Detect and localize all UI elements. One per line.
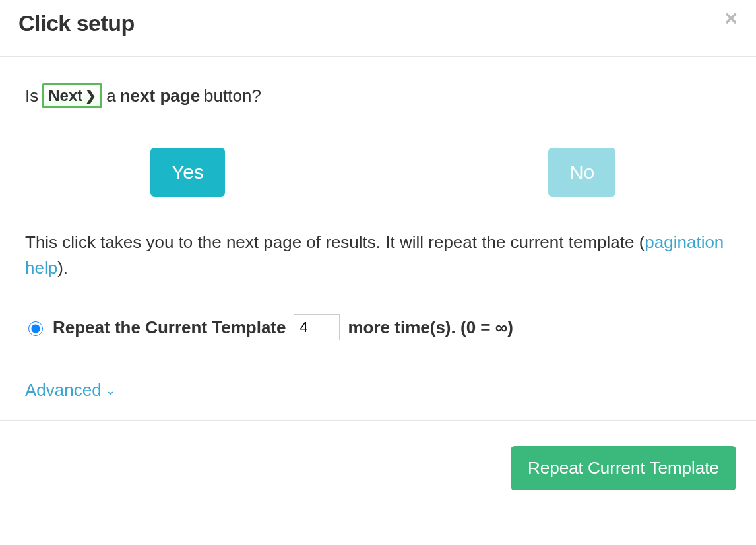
next-chip-label: Next bbox=[48, 86, 82, 105]
close-icon[interactable]: × bbox=[724, 7, 738, 29]
repeat-current-template-button[interactable]: Repeat Current Template bbox=[511, 446, 736, 490]
yes-no-row: Yes No bbox=[150, 148, 731, 197]
advanced-label: Advanced bbox=[25, 380, 102, 401]
question-suffix: button? bbox=[204, 86, 261, 106]
description-part2: ). bbox=[57, 258, 68, 278]
description-text: This click takes you to the next page of… bbox=[25, 230, 731, 281]
click-setup-modal: Click setup × Is Next ❯ a next page butt… bbox=[0, 0, 756, 515]
modal-header: Click setup × bbox=[0, 0, 756, 57]
question-bold: next page bbox=[120, 86, 200, 106]
description-part1: This click takes you to the next page of… bbox=[25, 232, 645, 252]
modal-body: Is Next ❯ a next page button? Yes No Thi… bbox=[0, 57, 756, 420]
repeat-label-after: more time(s). (0 = ∞) bbox=[348, 317, 513, 338]
modal-footer: Repeat Current Template bbox=[0, 420, 756, 515]
question-line: Is Next ❯ a next page button? bbox=[25, 83, 731, 108]
next-page-chip: Next ❯ bbox=[42, 83, 102, 108]
chevron-right-icon: ❯ bbox=[85, 88, 96, 104]
advanced-toggle[interactable]: Advanced ⌄ bbox=[25, 380, 115, 401]
question-mid: a bbox=[106, 86, 115, 106]
repeat-count-input[interactable] bbox=[294, 314, 340, 340]
repeat-template-radio[interactable] bbox=[28, 321, 43, 336]
no-button[interactable]: No bbox=[548, 148, 615, 197]
modal-title: Click setup bbox=[18, 11, 135, 36]
chevron-down-icon: ⌄ bbox=[106, 383, 115, 398]
repeat-label-before: Repeat the Current Template bbox=[53, 317, 286, 338]
repeat-template-line: Repeat the Current Template more time(s)… bbox=[25, 314, 731, 340]
question-prefix: Is bbox=[25, 86, 38, 106]
yes-button[interactable]: Yes bbox=[150, 148, 225, 197]
